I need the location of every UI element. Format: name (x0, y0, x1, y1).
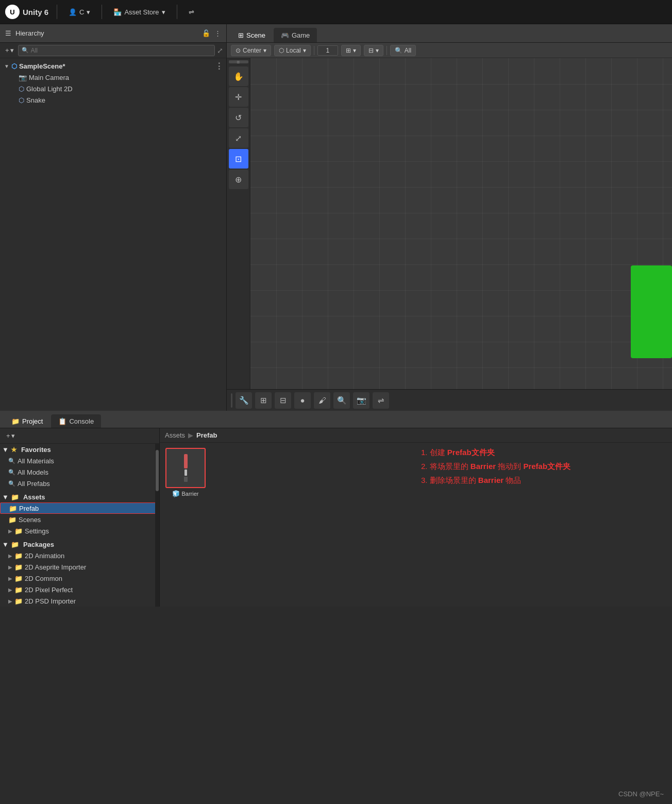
transform-tool-btn[interactable]: ⊕ (229, 170, 248, 189)
prefab-folder-item[interactable]: 📁 Prefab (0, 502, 159, 514)
pkg-2dpixel[interactable]: ▶ 📁 2D Pixel Perfect (0, 584, 159, 595)
num-input[interactable] (317, 45, 338, 56)
profile-menu[interactable]: 👤 C ▾ (65, 7, 93, 18)
snake-label: Snake (26, 96, 45, 104)
hierarchy-item-snake[interactable]: ⬡ Snake (0, 94, 226, 106)
center-chevron: ▾ (263, 47, 266, 54)
snap-btn[interactable]: ⊞ ▾ (341, 45, 361, 56)
breadcrumb: Assets ▶ Prefab (160, 428, 672, 443)
packages-header[interactable]: ▼ 📁 Packages (0, 539, 159, 550)
expand-icon[interactable]: ⤢ (217, 46, 223, 55)
asset-store-menu[interactable]: 🏪 Asset Store ▾ (110, 7, 168, 18)
hierarchy-add-button[interactable]: + ▾ (3, 45, 16, 55)
global-light-label: Global Light 2D (26, 85, 73, 93)
sidebar-scrollbar[interactable] (155, 444, 159, 607)
all-prefabs-item[interactable]: 🔍 All Prefabs (0, 478, 159, 489)
app-title: Unity 6 (23, 8, 48, 16)
scene-area: ⊞ Scene 🎮 Game ⊙ Center ▾ ⬡ Local ▾ (227, 24, 672, 411)
app-logo[interactable]: U Unity 6 (5, 5, 48, 19)
search2-btn[interactable]: 🔍 (333, 392, 350, 409)
local-button[interactable]: ⬡ Local ▾ (274, 45, 311, 56)
barrier-asset-item[interactable]: 🧊 Barrier (165, 448, 206, 497)
dropdown-icon: ▾ (10, 46, 14, 54)
assets-header[interactable]: ▼ 📁 Assets (0, 491, 159, 502)
asset-store-chevron: ▾ (162, 8, 165, 16)
scene-tab-icon: ⊞ (238, 31, 244, 39)
instr2-num: 2. (421, 462, 430, 471)
hierarchy-scene-item[interactable]: ▼ ⬡ SampleScene* ⋮ (0, 60, 226, 72)
search-all-label: All (405, 47, 411, 54)
connect-icon-btn[interactable]: ⇌ (186, 7, 197, 18)
local-chevron: ▾ (303, 47, 306, 54)
all-models-item[interactable]: 🔍 All Models (0, 466, 159, 478)
pkg-2dpsd-expand: ▶ (8, 598, 12, 604)
center-button[interactable]: ⊙ Center ▾ (231, 45, 271, 56)
scene-options-icon[interactable]: ⋮ (215, 61, 223, 71)
all-materials-item[interactable]: 🔍 All Materials (0, 455, 159, 466)
hierarchy-item-maincamera[interactable]: 📷 Main Camera (0, 72, 226, 83)
snap-chevron: ▾ (353, 47, 356, 54)
bottom-area: 📁 Project 📋 Console + ▾ ▼ ★ Favorites (0, 411, 672, 607)
packages-label: Packages (23, 541, 54, 548)
breadcrumb-assets[interactable]: Assets (165, 431, 185, 439)
pkg-2dcommon[interactable]: ▶ 📁 2D Common (0, 573, 159, 584)
instr1-num: 1. (421, 448, 430, 457)
connect-icon: ⇌ (189, 8, 194, 16)
settings-folder-item[interactable]: ▶ 📁 Settings (0, 525, 159, 537)
scene-grid (250, 58, 672, 389)
project-tab-icon: 📁 (11, 417, 20, 425)
console-tab-label: Console (69, 417, 94, 425)
pkg-2dcommon-expand: ▶ (8, 576, 12, 581)
camera-btn[interactable]: 📷 (353, 392, 369, 409)
scene-toolbar: ⊙ Center ▾ ⬡ Local ▾ ⊞ ▾ ⊟ ▾ 🔍 All (227, 43, 672, 58)
options-icon[interactable]: ⋮ (214, 29, 221, 37)
instr2-text2: 拖动到 (498, 462, 521, 471)
pkg-2dpsd[interactable]: ▶ 📁 2D PSD Importer (0, 595, 159, 607)
project-add-button[interactable]: + ▾ (4, 431, 17, 441)
scenes-folder-item[interactable]: 📁 Scenes (0, 514, 159, 525)
paint-btn[interactable]: 🖌 (314, 392, 330, 409)
project-tab-label: Project (22, 417, 43, 425)
pkg-2danim-expand: ▶ (8, 553, 12, 559)
layers-btn[interactable]: ⊞ (255, 392, 272, 409)
grid2-btn[interactable]: ⊟ (275, 392, 291, 409)
profile-label: C (79, 8, 84, 16)
assets-triangle: ▼ (2, 493, 9, 501)
hierarchy-header-icons: 🔓 ⋮ (202, 29, 221, 37)
wrench-btn[interactable]: 🔧 (236, 392, 252, 409)
pkg-2dpsd-icon: 📁 (14, 597, 23, 605)
prefab-folder-icon: 📁 (9, 505, 17, 512)
random-btn[interactable]: ⇌ (373, 392, 389, 409)
pkg-2dpixel-icon: 📁 (14, 586, 23, 594)
tab-project[interactable]: 📁 Project (4, 414, 50, 428)
favorites-header[interactable]: ▼ ★ Favorites (0, 444, 159, 455)
hierarchy-search-input[interactable] (31, 47, 211, 54)
rect-tool-btn[interactable]: ⊡ (229, 149, 248, 169)
circle-btn[interactable]: ● (294, 392, 311, 409)
pkg-2dpixel-label: 2D Pixel Perfect (25, 586, 73, 594)
sidebar-scroll-thumb[interactable] (156, 450, 159, 491)
grid-btn[interactable]: ⊟ ▾ (364, 45, 383, 56)
scale-tool-btn[interactable]: ⤢ (229, 128, 248, 148)
hand-tool-btn[interactable]: ✋ (229, 66, 248, 86)
instr3-bold: Barrier (478, 476, 503, 484)
hierarchy-item-globallight[interactable]: ⬡ Global Light 2D (0, 83, 226, 94)
csdn-watermark: CSDN @NPE~ (618, 790, 664, 798)
hierarchy-search-box[interactable]: 🔍 (18, 45, 215, 56)
center-label: Center (243, 47, 261, 54)
grid-chevron: ▾ (376, 47, 379, 54)
move-tool-btn[interactable]: ✛ (229, 87, 248, 107)
pkg-2danim[interactable]: ▶ 📁 2D Animation (0, 550, 159, 561)
scene-viewport[interactable] (250, 58, 672, 389)
lock-icon[interactable]: 🔓 (202, 29, 210, 37)
tab-console[interactable]: 📋 Console (51, 414, 101, 428)
rotate-tool-btn[interactable]: ↺ (229, 108, 248, 127)
tab-game[interactable]: 🎮 Game (274, 28, 317, 42)
breadcrumb-prefab[interactable]: Prefab (196, 431, 217, 439)
instr3-num: 3. (421, 476, 430, 484)
search-icon-small2: 🔍 (8, 469, 15, 476)
tab-scene[interactable]: ⊞ Scene (231, 28, 273, 42)
pkg-2daseprite[interactable]: ▶ 📁 2D Aseprite Importer (0, 561, 159, 573)
search-all-btn[interactable]: 🔍 All (390, 45, 416, 56)
barrier-top (184, 454, 188, 468)
